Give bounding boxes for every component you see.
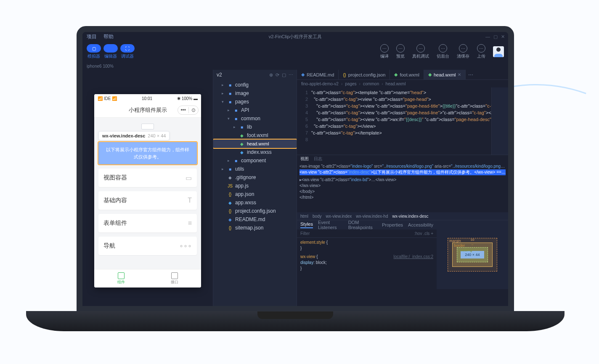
dom-crumb[interactable]: body [313, 214, 322, 219]
editor-tab[interactable]: ◆foot.wxml [390, 70, 424, 79]
breadcrumb-item[interactable]: pages [345, 82, 356, 86]
list-item[interactable]: 导航∘∘∘ [98, 237, 197, 255]
breadcrumb-item[interactable]: fino-applet-demo-v2 [301, 82, 339, 86]
tabbar-item[interactable]: 接口 [148, 269, 201, 288]
tree-node[interactable]: ◆.gitignore [213, 173, 297, 182]
dom-line[interactable]: </html> [300, 195, 506, 200]
box-model: margin 10 border – padding – 240 × 4 [437, 220, 508, 289]
dom-line[interactable]: <wx-view "c-attr2">class="index-desc">以下… [300, 169, 506, 175]
dom-line[interactable]: <wx-image "c-attr2">class="index-logo" s… [300, 164, 506, 169]
styles-tab[interactable]: Styles [300, 222, 313, 228]
dom-line[interactable]: </wx-view> [300, 183, 506, 189]
tabbar-item[interactable]: 组件 [94, 269, 148, 288]
menu-help[interactable]: 帮助 [103, 33, 114, 40]
toolbar-pill[interactable]: ⛶ [120, 44, 135, 53]
window-title: v2-FinClip小程序开发工具 [269, 34, 322, 40]
minimap[interactable] [491, 87, 508, 155]
avatar[interactable] [493, 46, 504, 57]
dt-tab-log[interactable]: 日志 [314, 156, 322, 162]
toolbar-action[interactable]: ⋯真机调试 [412, 44, 429, 59]
list-item[interactable]: 表单组件≡ [98, 214, 197, 232]
tree-node[interactable]: ▾■common [213, 114, 297, 123]
devtools: 视图 日志 <wx-image "c-attr2">class="index-l… [297, 155, 508, 289]
tree-node[interactable]: {}sitemap.json [213, 224, 297, 232]
file-icon: ◆ [394, 72, 398, 77]
breadcrumb-item[interactable]: head.wxml [386, 82, 406, 86]
styles-tab[interactable]: Event Listeners [318, 220, 343, 230]
toolbar-action[interactable]: ⋯预览 [396, 44, 405, 59]
phone-mock: 📶 IDE 📶 10:01 ✱ 100% ▬ 小程序组件展示 ••• ⊙ [94, 94, 201, 288]
card-icon: T [188, 197, 192, 204]
status-time: 10:01 [142, 96, 152, 101]
close-icon[interactable]: ✕ [458, 72, 461, 77]
highlighted-element[interactable]: 以下将展示小程序官方组件能力，组件样式仅供参考。 [98, 142, 197, 164]
styles-tab[interactable]: Accessibility [408, 222, 433, 227]
tree-node[interactable]: ▾■pages [213, 98, 297, 106]
dom-line[interactable]: </body> [300, 189, 506, 195]
menu-project[interactable]: 项目 [87, 33, 97, 40]
tree-node[interactable]: ◆app.wxss [213, 198, 297, 207]
dom-crumb[interactable]: wx-view.index [326, 214, 352, 219]
laptop-frame: 项目 帮助 v2-FinClip小程序开发工具 — ▢ ✕ ▢模拟器编辑器⛶调试… [77, 26, 514, 331]
device-name[interactable]: iphone6 [87, 64, 102, 69]
win-close-icon[interactable]: ✕ [501, 34, 505, 40]
toolbar-action[interactable]: ⋯上传 [477, 44, 485, 59]
page-title: 小程序组件展示 [129, 106, 167, 114]
device-zoom[interactable]: 100% [103, 64, 114, 69]
styles-filter[interactable]: Filter [300, 231, 310, 236]
file-icon: ◆ [301, 72, 305, 77]
tree-node[interactable]: ◆head.wxml [213, 140, 297, 148]
dt-tab-view[interactable]: 视图 [300, 156, 309, 162]
toolbar-action[interactable]: ⋯编译 [380, 44, 389, 59]
simulator-pane: 📶 IDE 📶 10:01 ✱ 100% ▬ 小程序组件展示 ••• ⊙ [82, 70, 213, 306]
status-battery: ✱ 100% ▬ [177, 96, 198, 101]
toolbar-pill[interactable] [103, 44, 118, 53]
tree-node[interactable]: ◆index.wxss [213, 148, 297, 156]
tree-node[interactable]: ▸■API [213, 106, 297, 114]
editor-tab[interactable]: ◆README.md [297, 70, 339, 79]
tree-node[interactable]: ▸■component [213, 156, 297, 165]
status-carrier: 📶 IDE 📶 [98, 96, 117, 101]
logo-placeholder [141, 124, 154, 129]
editor-tab[interactable]: {}project.config.json [339, 70, 390, 79]
toolbar: ▢模拟器编辑器⛶调试器 ⋯编译⋯预览⋯真机调试⋯切后台⋯清缓存⋯上传 [82, 41, 508, 62]
tree-node[interactable]: ▸■utils [213, 165, 297, 173]
tree-node[interactable]: ▸■config [213, 81, 297, 89]
dom-line[interactable]: ▸<wx-view "c-attr2">class="index-bd">…</… [300, 177, 506, 183]
toolbar-action[interactable]: ⋯清缓存 [457, 44, 469, 59]
dom-crumb[interactable]: wx-view.index-hd [356, 214, 388, 219]
card-icon: ∘∘∘ [179, 242, 192, 250]
tree-node[interactable]: {}app.json [213, 190, 297, 198]
styles-tab[interactable]: DOM Breakpoints [348, 220, 377, 230]
dom-crumb[interactable]: html [300, 214, 308, 219]
styles-tab[interactable]: Properties [382, 222, 403, 227]
toolbar-action[interactable]: ⋯切后台 [437, 44, 449, 59]
toolbar-pill[interactable]: ▢ [87, 44, 101, 53]
inspect-tooltip: wx-view.index-desc240 × 44 [98, 131, 170, 140]
tree-head-icon[interactable]: ⊕ [269, 72, 273, 78]
file-icon: {} [343, 72, 346, 77]
breadcrumb-item[interactable]: common [363, 82, 379, 86]
tree-node[interactable]: ◆foot.wxml [213, 131, 297, 140]
tree-head-icon[interactable]: ⟳ [276, 72, 279, 78]
tree-node[interactable]: ◆README.md [213, 215, 297, 224]
tree-node[interactable]: ▸■lib [213, 123, 297, 131]
tabs-more-icon[interactable]: ⋯ [466, 70, 476, 79]
tree-node[interactable]: JSapp.js [213, 182, 297, 190]
tree-head-icon[interactable]: ▢ [282, 72, 286, 78]
capsule-menu-icon[interactable]: ••• [178, 107, 188, 113]
styles-filter-opts[interactable]: :hov .cls + [414, 231, 433, 236]
tree-root[interactable]: v2 [217, 72, 222, 78]
tree-node[interactable]: ▸■image [213, 89, 297, 98]
list-item[interactable]: 视图容器▭ [98, 169, 197, 187]
win-max-icon[interactable]: ▢ [493, 34, 498, 40]
capsule-close-icon[interactable]: ⊙ [188, 107, 198, 113]
tree-head-icon[interactable]: ⋯ [289, 72, 293, 78]
list-item[interactable]: 基础内容T [98, 191, 197, 210]
ide-app: 项目 帮助 v2-FinClip小程序开发工具 — ▢ ✕ ▢模拟器编辑器⛶调试… [82, 32, 508, 306]
editor-tab[interactable]: ◆head.wxml✕ [424, 70, 466, 79]
dom-crumb[interactable]: wx-view.index-desc [392, 214, 428, 219]
tree-node[interactable]: {}project.config.json [213, 207, 297, 215]
editor-pane: ◆README.md{}project.config.json◆foot.wxm… [297, 70, 508, 306]
win-min-icon[interactable]: — [485, 34, 490, 40]
